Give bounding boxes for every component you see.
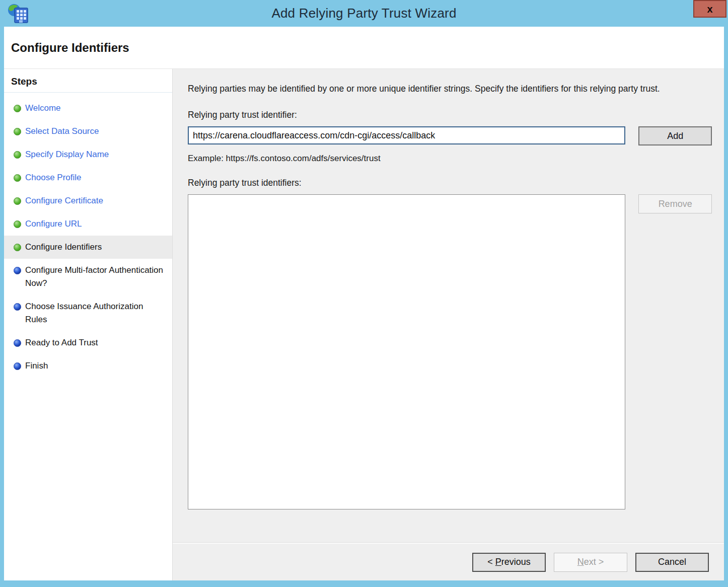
steps-heading: Steps	[4, 74, 172, 93]
step-item-finish[interactable]: Finish	[4, 354, 172, 378]
step-item-label: Ready to Add Trust	[25, 338, 98, 347]
wizard-frame: Configure Identifiers Steps WelcomeSelec…	[4, 27, 724, 580]
step-item-configure-identifiers[interactable]: Configure Identifiers	[4, 236, 172, 259]
step-item-ready-to-add-trust[interactable]: Ready to Add Trust	[4, 331, 172, 354]
step-item-label: Configure URL	[25, 219, 82, 229]
step-item-label: Specify Display Name	[25, 150, 109, 159]
description-text: Relying parties may be identified by one…	[188, 82, 706, 96]
step-item-label: Welcome	[25, 103, 61, 113]
step-item-specify-display-name[interactable]: Specify Display Name	[4, 143, 172, 166]
close-button[interactable]: x	[693, 0, 726, 18]
step-item-label: Finish	[25, 361, 48, 371]
page-header: Configure Identifiers	[4, 27, 724, 69]
step-item-configure-multi-factor-authentication-now[interactable]: Configure Multi-factor Authentication No…	[4, 259, 172, 295]
add-button[interactable]: Add	[638, 126, 712, 145]
identifiers-list-label: Relying party trust identifiers:	[188, 178, 712, 188]
step-item-select-data-source[interactable]: Select Data Source	[4, 120, 172, 143]
step-item-configure-certificate[interactable]: Configure Certificate	[4, 189, 172, 212]
step-item-label: Choose Issuance Authorization Rules	[25, 302, 143, 324]
wizard-window: Add Relying Party Trust Wizard x Configu…	[0, 0, 728, 587]
remove-button[interactable]: Remove	[638, 194, 712, 213]
titlebar: Add Relying Party Trust Wizard x	[0, 0, 728, 27]
step-item-label: Configure Certificate	[25, 196, 103, 205]
step-item-label: Configure Multi-factor Authentication No…	[25, 265, 163, 288]
steps-sidebar: Steps WelcomeSelect Data SourceSpecify D…	[4, 69, 173, 580]
step-item-welcome[interactable]: Welcome	[4, 97, 172, 120]
step-item-choose-profile[interactable]: Choose Profile	[4, 166, 172, 189]
footer: < Previous Next > Cancel	[173, 543, 724, 580]
step-item-configure-url[interactable]: Configure URL	[4, 212, 172, 236]
identifiers-listbox[interactable]	[188, 194, 625, 509]
step-item-label: Select Data Source	[25, 126, 99, 136]
cancel-button[interactable]: Cancel	[635, 553, 709, 572]
step-item-label: Choose Profile	[25, 173, 82, 182]
identifier-label: Relying party trust identifier:	[188, 110, 712, 120]
page-title: Configure Identifiers	[11, 41, 129, 55]
step-item-choose-issuance-authorization-rules[interactable]: Choose Issuance Authorization Rules	[4, 295, 172, 331]
previous-button[interactable]: < Previous	[472, 553, 546, 572]
content-pane: Relying parties may be identified by one…	[173, 69, 724, 580]
example-text: Example: https://fs.contoso.com/adfs/ser…	[188, 154, 712, 164]
steps-list: WelcomeSelect Data SourceSpecify Display…	[4, 97, 172, 378]
next-button[interactable]: Next >	[554, 553, 627, 572]
adfs-app-icon	[7, 4, 30, 25]
window-title: Add Relying Party Trust Wizard	[271, 6, 456, 21]
identifier-input[interactable]	[188, 126, 625, 144]
step-item-label: Configure Identifiers	[25, 242, 102, 252]
